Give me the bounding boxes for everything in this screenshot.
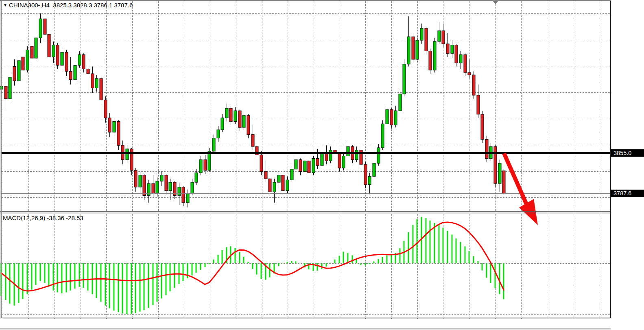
candle-body	[91, 74, 94, 88]
candle-body	[100, 79, 103, 100]
candle-body	[316, 158, 319, 166]
price-axis[interactable]	[611, 0, 644, 330]
candle-body	[373, 163, 375, 176]
candle-body	[260, 155, 263, 172]
candle-body	[416, 40, 419, 59]
price-tag-label: 3855.0	[611, 149, 644, 157]
candle-body	[87, 69, 90, 74]
candle-body	[17, 61, 20, 81]
candle-body	[9, 77, 11, 99]
candle-body	[368, 176, 371, 185]
candle-body	[26, 50, 29, 70]
candle-body	[438, 31, 441, 42]
candle-body	[35, 38, 37, 58]
candle-body	[312, 158, 315, 173]
candle-body	[364, 164, 367, 185]
candle-body	[342, 156, 345, 168]
candle-body	[61, 52, 63, 65]
candle-body	[178, 187, 181, 196]
candle-body	[321, 154, 323, 166]
candle-body	[412, 37, 415, 59]
candle-body	[403, 64, 406, 94]
candle-body	[308, 161, 310, 173]
candle-body	[160, 175, 163, 181]
candle-body	[425, 28, 428, 51]
candle-body	[420, 28, 423, 40]
price-tag-label: 3787.6	[611, 190, 644, 197]
candle-body	[386, 109, 389, 124]
chart-header: ▼CHINA300-,H4 3825.3 3828.3 3786.1 3787.…	[3, 2, 133, 9]
candle-body	[134, 170, 137, 187]
candle-body	[303, 161, 306, 171]
candle-body	[156, 181, 159, 193]
candle-body	[442, 31, 445, 44]
top-border	[0, 0, 644, 1]
macd-indicator-label: MACD(12,26,9) -38.36 -28.53	[3, 214, 83, 221]
trend-arrow-head[interactable]	[519, 199, 538, 225]
price-chart-canvas[interactable]	[0, 0, 644, 330]
candle-body	[446, 44, 449, 54]
candle-body	[48, 34, 50, 57]
candle-body	[381, 124, 384, 148]
candle-body	[377, 148, 380, 163]
candle-body	[459, 55, 462, 63]
candle-body	[191, 182, 194, 193]
candle-body	[407, 37, 410, 64]
horizontal-line-3855[interactable]	[2, 152, 610, 154]
candle-body	[78, 55, 81, 65]
candle-body	[247, 116, 250, 135]
candle-body	[186, 193, 189, 203]
candle-body	[394, 111, 397, 125]
candle-body	[108, 118, 111, 132]
candle-body	[399, 94, 402, 111]
chart-window: ▼CHINA300-,H4 3825.3 3828.3 3786.1 3787.…	[0, 0, 644, 330]
candle-body	[242, 116, 245, 127]
candle-body	[139, 175, 142, 187]
candle-body	[74, 66, 76, 80]
candle-body	[251, 135, 254, 146]
candle-body	[477, 95, 480, 114]
macd-signal-line	[1, 222, 504, 291]
candle-body	[355, 150, 358, 160]
symbol-period-label: CHINA300-,H4	[9, 2, 50, 9]
candle-body	[65, 52, 68, 71]
candle-body	[234, 111, 237, 121]
candle-body	[502, 171, 505, 193]
time-axis[interactable]	[0, 319, 644, 328]
candle-body	[225, 108, 228, 118]
trend-arrow-shaft[interactable]	[504, 153, 527, 206]
candle-body	[44, 19, 46, 34]
candle-body	[451, 45, 454, 54]
candle-body	[286, 180, 289, 190]
candle-body	[264, 172, 267, 179]
candle-body	[182, 187, 185, 203]
candle-body	[221, 118, 224, 130]
candle-body	[22, 57, 24, 70]
candle-body	[238, 111, 241, 127]
candle-body	[199, 160, 202, 173]
candle-body	[433, 42, 436, 70]
candle-body	[117, 122, 120, 146]
candle-body	[485, 140, 488, 159]
candle-body	[217, 130, 220, 138]
ohlc-values: 3825.3 3828.3 3786.1 3787.6	[53, 2, 133, 9]
candle-body	[455, 45, 458, 63]
candle-body	[56, 45, 59, 66]
candle-body	[325, 154, 328, 161]
candle-body	[299, 160, 302, 171]
candle-body	[229, 108, 232, 121]
candle-body	[472, 75, 475, 95]
candle-body	[195, 173, 198, 183]
candle-body	[113, 122, 116, 132]
candle-body	[104, 100, 107, 118]
candle-body	[69, 71, 72, 80]
candle-body	[13, 67, 16, 81]
candle-body	[329, 150, 332, 161]
symbol-marker-icon: ▼	[3, 3, 7, 7]
candle-body	[295, 160, 297, 169]
candle-body	[273, 182, 276, 192]
candle-body	[390, 109, 393, 125]
candle-body	[52, 45, 55, 57]
chart-shift-marker-icon[interactable]	[493, 1, 498, 4]
candle-body	[31, 46, 33, 58]
